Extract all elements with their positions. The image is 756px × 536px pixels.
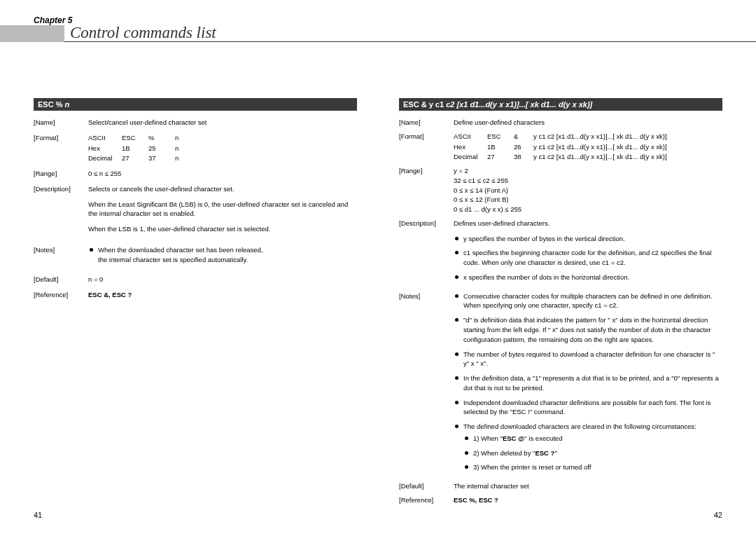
note-item: "d" is definition data that indicates th… bbox=[454, 315, 722, 344]
label-notes: [Notes] bbox=[399, 291, 454, 477]
fmt-cell: y c1 c2 [x1 d1...d(y x x1)]...[ xk d1...… bbox=[533, 152, 722, 162]
fmt-cell: 1B bbox=[122, 144, 148, 153]
fmt-cell: 37 bbox=[148, 153, 175, 163]
range-line: 32 ≤ c1 ≤ c2 ≤ 255 bbox=[454, 176, 722, 186]
title-gray-block bbox=[0, 25, 64, 42]
note-item: The number of bytes required to download… bbox=[454, 350, 722, 369]
cmd-fixed: ESC % bbox=[38, 100, 65, 109]
label-range: [Range] bbox=[399, 166, 454, 214]
fmt-cell: 26 bbox=[514, 142, 533, 152]
range-line: 0 ≤ x ≤ 14 (Font A) bbox=[454, 186, 722, 195]
note-item: The defined downloaded characters are cl… bbox=[454, 422, 722, 472]
page-number-left: 41 bbox=[34, 511, 42, 519]
label-format: [Format] bbox=[399, 132, 454, 162]
sublist-item: 2) When deleted by "ESC ?" bbox=[463, 448, 722, 458]
range-line: 0 ≤ d1 ... d(y x x) ≤ 255 bbox=[454, 205, 722, 214]
range-line: 0 ≤ x ≤ 12 (Font B) bbox=[454, 195, 722, 205]
fmt-cell: y c1 c2 [x1 d1...d(y x x1)]...[ xk d1...… bbox=[533, 142, 722, 152]
fmt-cell: y c1 c2 [x1 d1...d(y x x1)]...[ xk d1...… bbox=[533, 132, 722, 142]
note-text: When the downloaded character set has be… bbox=[98, 246, 263, 254]
label-description: [Description] bbox=[34, 184, 88, 240]
sublist-item: 3) When the printer is reset or turned o… bbox=[463, 462, 722, 472]
note-item: Consecutive character codes for multiple… bbox=[454, 291, 722, 311]
desc-bullets: y specifies the number of bytes in the v… bbox=[454, 234, 722, 282]
reference-value: ESC %, ESC ? bbox=[454, 495, 722, 505]
fmt-cell: n bbox=[175, 153, 357, 163]
fmt-cell: Hex bbox=[88, 144, 122, 153]
label-range: [Range] bbox=[34, 169, 88, 179]
fmt-cell: ASCII bbox=[88, 133, 122, 143]
right-column: ESC & y c1 c2 [x1 d1...d(y x x1)]...[ xk… bbox=[399, 98, 722, 509]
notes-list-left: When the downloaded character set has be… bbox=[88, 245, 357, 265]
fmt-cell: % bbox=[148, 133, 175, 143]
cmd-param: n bbox=[65, 100, 70, 109]
fmt-cell: ESC bbox=[122, 133, 148, 143]
page-number-right: 42 bbox=[714, 511, 722, 519]
note-sublist: 1) When "ESC @" is executed 2) When dele… bbox=[463, 434, 722, 472]
desc-para: Defines user-defined characters. bbox=[454, 219, 722, 228]
fmt-cell: Hex bbox=[454, 142, 487, 152]
label-reference: [Reference] bbox=[399, 495, 454, 505]
reference-value: ESC &, ESC ? bbox=[88, 290, 357, 300]
fmt-cell: n bbox=[175, 144, 357, 153]
label-reference: [Reference] bbox=[34, 290, 88, 300]
command-header-right: ESC & y c1 c2 [x1 d1...d(y x x1)]...[ xk… bbox=[399, 98, 722, 111]
label-name: [Name] bbox=[34, 118, 88, 128]
note-item: In the definition data, a "1" represents… bbox=[454, 373, 722, 393]
fmt-cell: & bbox=[514, 132, 533, 142]
name-value: Define user-defined characters bbox=[454, 118, 722, 128]
fmt-cell: 27 bbox=[487, 152, 514, 162]
description-body: Defines user-defined characters. y speci… bbox=[454, 219, 722, 287]
desc-para: Selects or cancels the user-defined char… bbox=[88, 184, 357, 194]
default-value: n = 0 bbox=[88, 275, 357, 284]
sublist-item: 1) When "ESC @" is executed bbox=[463, 434, 722, 444]
desc-bullet: y specifies the number of bytes in the v… bbox=[454, 234, 722, 244]
note-text: The defined downloaded characters are cl… bbox=[463, 422, 696, 430]
format-table-left: ASCII ESC % n Hex 1B 25 n Decimal 27 37 … bbox=[88, 133, 357, 163]
note-text: the internal character set is specified … bbox=[98, 256, 248, 263]
label-default: [Default] bbox=[34, 275, 88, 284]
chapter-label: Chapter 5 bbox=[34, 15, 72, 25]
desc-bullet: c1 specifies the beginning character cod… bbox=[454, 248, 722, 268]
format-table-right: ASCII ESC & y c1 c2 [x1 d1...d(y x x1)].… bbox=[454, 132, 722, 162]
fmt-cell: 25 bbox=[148, 144, 175, 153]
desc-bullet: x specifies the number of dots in the ho… bbox=[454, 273, 722, 282]
label-description: [Description] bbox=[399, 219, 454, 287]
label-name: [Name] bbox=[399, 118, 454, 128]
fmt-cell: 1B bbox=[487, 142, 514, 152]
left-column: ESC % n [Name] Select/cancel user-define… bbox=[34, 98, 357, 509]
command-header-left: ESC % n bbox=[34, 98, 357, 111]
desc-para: When the LSB is 1, the user-defined char… bbox=[88, 224, 357, 234]
fmt-cell: Decimal bbox=[454, 152, 487, 162]
fmt-cell: ASCII bbox=[454, 132, 487, 142]
description-body: Selects or cancels the user-defined char… bbox=[88, 184, 357, 240]
default-value: The internal character set bbox=[454, 481, 722, 491]
cmd-fixed: ESC & y c1 bbox=[403, 100, 446, 109]
range-line: y = 2 bbox=[454, 166, 722, 176]
range-value: 0 ≤ n ≤ 255 bbox=[88, 169, 357, 179]
label-default: [Default] bbox=[399, 481, 454, 491]
name-value: Select/cancel user-defined character set bbox=[88, 118, 357, 128]
note-item: When the downloaded character set has be… bbox=[88, 245, 357, 265]
fmt-cell: 27 bbox=[122, 153, 148, 163]
page-title: Control commands list bbox=[70, 24, 216, 42]
note-item: Independent downloaded character definit… bbox=[454, 398, 722, 418]
fmt-cell: n bbox=[175, 133, 357, 143]
label-notes: [Notes] bbox=[34, 245, 88, 270]
fmt-cell: ESC bbox=[487, 132, 514, 142]
range-body: y = 2 32 ≤ c1 ≤ c2 ≤ 255 0 ≤ x ≤ 14 (Fon… bbox=[454, 166, 722, 214]
label-format: [Format] bbox=[34, 133, 88, 163]
fmt-cell: 38 bbox=[514, 152, 533, 162]
fmt-cell: Decimal bbox=[88, 153, 122, 163]
desc-para: When the Least Significant Bit (LSB) is … bbox=[88, 200, 357, 219]
cmd-param: c2 [x1 d1...d(y x x1)]...[ xk d1... d(y … bbox=[446, 100, 592, 109]
notes-list-right: Consecutive character codes for multiple… bbox=[454, 291, 722, 472]
